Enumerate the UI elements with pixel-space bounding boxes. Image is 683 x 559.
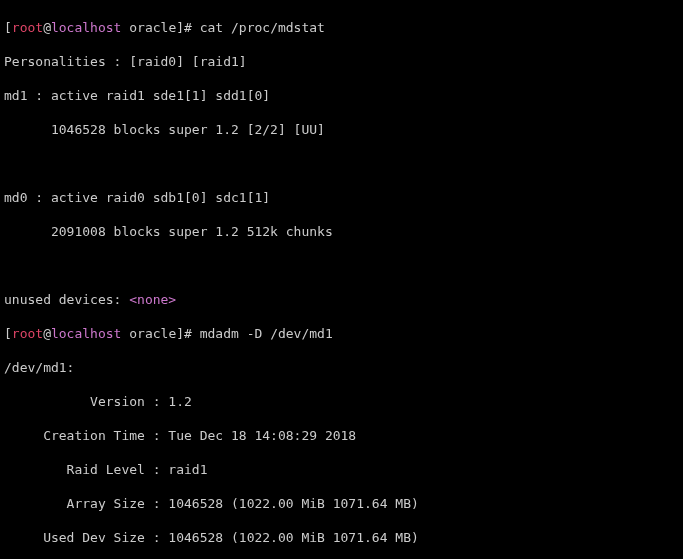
prompt-line-2: [root@localhost oracle]# mdadm -D /dev/m…: [4, 325, 679, 342]
mdadm-creation-time: Creation Time : Tue Dec 18 14:08:29 2018: [4, 427, 679, 444]
terminal[interactable]: [root@localhost oracle]# cat /proc/mdsta…: [0, 0, 683, 559]
none-token: <none>: [129, 292, 176, 307]
mdstat-line: unused devices: <none>: [4, 291, 679, 308]
mdadm-raid-level: Raid Level : raid1: [4, 461, 679, 478]
mdadm-header: /dev/md1:: [4, 359, 679, 376]
mdstat-line: Personalities : [raid0] [raid1]: [4, 53, 679, 70]
mdadm-array-size: Array Size : 1046528 (1022.00 MiB 1071.6…: [4, 495, 679, 512]
mdstat-line: 1046528 blocks super 1.2 [2/2] [UU]: [4, 121, 679, 138]
mdstat-line: 2091008 blocks super 1.2 512k chunks: [4, 223, 679, 240]
command-2: mdadm -D /dev/md1: [200, 326, 333, 341]
mdadm-version: Version : 1.2: [4, 393, 679, 410]
prompt-user: root: [12, 20, 43, 35]
mdadm-used-dev-size: Used Dev Size : 1046528 (1022.00 MiB 107…: [4, 529, 679, 546]
mdstat-line: [4, 155, 679, 172]
mdstat-line: md0 : active raid0 sdb1[0] sdc1[1]: [4, 189, 679, 206]
command-1: cat /proc/mdstat: [200, 20, 325, 35]
mdstat-line: [4, 257, 679, 274]
prompt-line-1: [root@localhost oracle]# cat /proc/mdsta…: [4, 19, 679, 36]
mdstat-line: md1 : active raid1 sde1[1] sdd1[0]: [4, 87, 679, 104]
prompt-host: localhost: [51, 20, 121, 35]
